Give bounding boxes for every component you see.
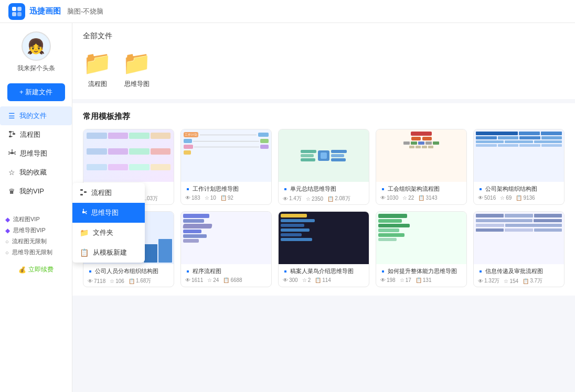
mindmap-vip-label: 思维导图VIP	[13, 226, 46, 234]
dropdown-mindmap[interactable]: 思维导图	[72, 203, 145, 223]
template-card-2[interactable]: 工作计划	[180, 129, 272, 205]
logo-icon	[8, 3, 25, 20]
upgrade-button[interactable]: 💰 立即续费	[18, 265, 54, 274]
stat-likes-5: ☆ 69	[500, 195, 512, 201]
dropdown-folder[interactable]: 📁 文件夹	[72, 223, 145, 243]
template-thumb-9	[376, 212, 466, 264]
svg-point-29	[86, 211, 87, 212]
template-thumb-5	[474, 129, 564, 182]
template-card-7[interactable]: 程序流程图 👁 1611 ☆ 24 📋 6688	[180, 211, 272, 287]
stat-likes-3: ☆ 2350	[306, 195, 323, 202]
sidebar-item-my-files[interactable]: ☰ 我的文件	[0, 106, 72, 125]
template-card-9[interactable]: 如何提升整体能力思维导图 👁 198 ☆ 17 📋 131	[376, 211, 467, 287]
dropdown-flowchart-label: 流程图	[91, 188, 112, 198]
svg-point-27	[83, 209, 84, 210]
svg-rect-42	[382, 270, 384, 273]
folder-flowchart[interactable]: 📁 流程图	[83, 49, 112, 89]
svg-rect-24	[80, 194, 83, 195]
svg-point-31	[86, 213, 87, 214]
main-area: 全部文件 📁 流程图 📁 思维导图 流程图	[72, 23, 575, 392]
stat-copies-8: 📋 114	[315, 277, 331, 283]
files-section: 全部文件 📁 流程图 📁 思维导图	[72, 23, 575, 99]
stat-likes-9: ☆ 17	[400, 277, 411, 283]
template-stats-2: 👁 183 ☆ 10 📋 92	[185, 195, 267, 201]
new-file-dropdown: 流程图 思维导图 📁 文件夹 📋 从模板新建	[72, 183, 145, 263]
svg-rect-39	[89, 270, 91, 273]
app-logo-text: 迅捷画图	[29, 6, 61, 16]
svg-rect-11	[11, 152, 13, 154]
template-name-row-10: 信息传递及审批流程图	[478, 267, 560, 275]
mindmap-limit-item: ○ 思维导图无限制	[5, 247, 67, 258]
stat-views-9: 👁 198	[380, 277, 396, 283]
stat-copies-6: 📋 1.68万	[129, 277, 151, 285]
template-thumb-10	[474, 212, 564, 264]
vip-section: ◆ 流程图VIP ◆ 思维导图VIP ○ 流程图无限制 ○ 思维导图无限制	[0, 210, 72, 262]
svg-rect-41	[284, 270, 286, 273]
folder-name-flowchart: 流程图	[88, 80, 107, 89]
top-bar: 迅捷画图 脑图-不烧脑	[0, 0, 575, 23]
template-name-row-8: 稿案人菜鸟介绍思维导图	[283, 267, 365, 275]
app-subtitle: 脑图-不烧脑	[67, 7, 103, 16]
template-name-3: 单元总结思维导图	[290, 185, 336, 193]
flowchart-vip-item: ◆ 流程图VIP	[5, 214, 67, 225]
files-section-title: 全部文件	[83, 31, 565, 41]
templates-grid-row2: 公司人员分布组织结构图 👁 7118 ☆ 106 📋 1.68万	[83, 211, 565, 287]
stat-views-3: 👁 1.4万	[283, 195, 302, 202]
stat-copies-3: 📋 2.08万	[327, 195, 350, 202]
mindmap-limit-label: 思维导图无限制	[12, 248, 52, 256]
template-info-8: 稿案人菜鸟介绍思维导图 👁 300 ☆ 2 📋 114	[279, 264, 369, 285]
my-files-label: 我的文件	[19, 111, 47, 121]
my-files-icon: ☰	[8, 112, 15, 120]
favorites-icon: ☆	[8, 168, 15, 177]
sidebar-nav: ☰ 我的文件 流程图 思维导图 ☆ 我的收藏 ♛ 我的VIP	[0, 106, 72, 201]
folder-mindmap[interactable]: 📁 思维导图	[122, 49, 151, 89]
template-info-7: 程序流程图 👁 1611 ☆ 24 📋 6688	[181, 264, 271, 285]
main-layout: 👧 我来探个头条 + 新建文件 ☰ 我的文件 流程图 思维导图	[0, 23, 575, 392]
svg-rect-25	[82, 211, 84, 213]
templates-section: 常用模板推荐	[72, 103, 575, 296]
template-stats-3: 👁 1.4万 ☆ 2350 📋 2.08万	[283, 195, 365, 202]
stat-views-4: 👁 1030	[380, 195, 398, 201]
sidebar-item-mindmap[interactable]: 思维导图	[0, 144, 72, 163]
avatar[interactable]: 👧	[22, 31, 51, 61]
template-thumb-1	[83, 129, 174, 182]
flowchart-limit-item: ○ 流程图无限制	[5, 236, 67, 247]
stat-views-8: 👁 300	[283, 277, 298, 283]
svg-point-17	[15, 154, 16, 155]
template-card-4[interactable]: 工会组织架构流程图 👁 1030 ☆ 22 📋 3143	[376, 129, 467, 205]
coin-icon: 💰	[18, 266, 26, 274]
svg-rect-2	[12, 12, 16, 16]
template-thumb-8	[279, 212, 369, 264]
template-info-10: 信息传递及审批流程图 👁 1.32万 ☆ 154 📋 3.7万	[474, 264, 564, 287]
template-stats-4: 👁 1030 ☆ 22 📋 3143	[380, 195, 462, 201]
mindmap-nav-label: 思维导图	[20, 149, 47, 158]
svg-line-30	[84, 212, 86, 213]
dropdown-from-template[interactable]: 📋 从模板新建	[72, 243, 145, 263]
template-stats-5: 👁 5016 ☆ 69 📋 9136	[478, 195, 560, 201]
svg-rect-43	[480, 270, 482, 273]
template-name-row-6: 公司人员分布组织结构图	[88, 267, 169, 275]
template-card-3[interactable]: 单元总结思维导图 👁 1.4万 ☆ 2350 📋 2.08万	[278, 129, 369, 205]
template-card-5[interactable]: 公司架构组织结构图 👁 5016 ☆ 69 📋 9136	[473, 129, 565, 205]
svg-rect-37	[382, 188, 384, 190]
folder-name-mindmap: 思维导图	[124, 80, 150, 89]
dropdown-flowchart[interactable]: 流程图	[72, 183, 145, 203]
vip-label: 我的VIP	[19, 187, 44, 196]
folders-row: 📁 流程图 📁 思维导图	[83, 49, 565, 89]
sidebar-item-favorites[interactable]: ☆ 我的收藏	[0, 163, 72, 182]
sidebar-item-vip[interactable]: ♛ 我的VIP	[0, 182, 72, 201]
template-card-8[interactable]: 稿案人菜鸟介绍思维导图 👁 300 ☆ 2 📋 114	[278, 211, 369, 287]
flowchart-vip-label: 流程图VIP	[13, 215, 40, 223]
dropdown-template-icon: 📋	[80, 248, 89, 257]
template-thumb-4	[376, 129, 466, 182]
favorites-label: 我的收藏	[19, 168, 47, 177]
svg-rect-0	[12, 7, 16, 11]
new-file-button[interactable]: + 新建文件	[7, 83, 65, 101]
vip-icon: ♛	[8, 187, 15, 195]
template-name-4: 工会组织架构流程图	[388, 185, 440, 193]
svg-rect-3	[17, 12, 22, 16]
template-name-2: 工作计划思维导图	[193, 185, 239, 193]
sidebar-item-flowchart[interactable]: 流程图	[0, 125, 72, 144]
template-stats-7: 👁 1611 ☆ 24 📋 6688	[185, 277, 267, 283]
template-card-10[interactable]: 信息传递及审批流程图 👁 1.32万 ☆ 154 📋 3.7万	[473, 211, 565, 287]
